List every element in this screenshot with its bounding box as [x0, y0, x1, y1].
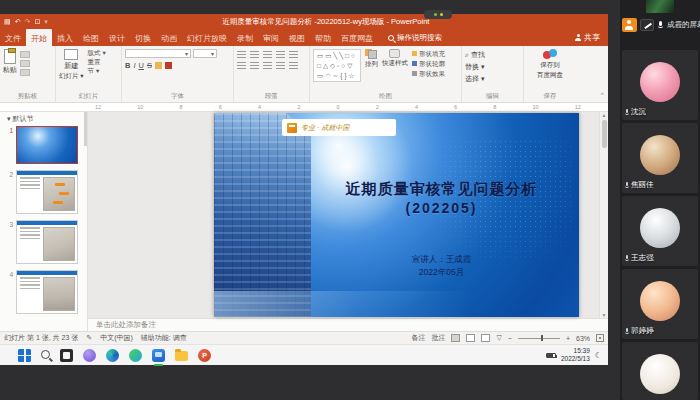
tab-home[interactable]: 开始: [26, 29, 52, 46]
slide-thumbnail-panel[interactable]: ▾ 默认节 1 2: [0, 112, 88, 331]
slide-thumbnail-1[interactable]: [16, 126, 78, 164]
start-button-icon[interactable]: [18, 349, 31, 362]
section-button[interactable]: 节 ▾: [88, 67, 106, 76]
participant-tile[interactable]: 沈沉: [622, 50, 698, 120]
select-button[interactable]: 选择 ▾: [465, 73, 520, 85]
slide-title[interactable]: 近期质量审核常见问题分析 (202205): [310, 179, 573, 218]
annotation-icon[interactable]: [640, 19, 654, 31]
meeting-floating-toolbar[interactable]: [424, 10, 452, 19]
shape-fill-button[interactable]: 形状填充: [412, 49, 445, 59]
member-list-icon[interactable]: [622, 18, 637, 32]
slide-sorter-view-button[interactable]: [466, 334, 475, 342]
notes-toggle-button[interactable]: 备注: [411, 333, 425, 343]
tab-transitions[interactable]: 切换: [130, 29, 156, 46]
reset-button[interactable]: 重置: [88, 58, 106, 67]
slide-thumbnail-4[interactable]: [16, 270, 78, 314]
participant-tile[interactable]: 王志强: [622, 196, 698, 266]
align-right-icon[interactable]: [263, 62, 272, 70]
thumbnail-scrollbar[interactable]: [84, 112, 87, 146]
partial-video-tile[interactable]: [646, 0, 674, 13]
vertical-scrollbar[interactable]: ▲ ▼: [599, 112, 608, 318]
green-app-icon[interactable]: [129, 349, 142, 362]
indent-decrease-icon[interactable]: [263, 51, 272, 59]
tab-insert[interactable]: 插入: [52, 29, 78, 46]
comments-toggle-button[interactable]: 批注: [431, 333, 445, 343]
strikethrough-button[interactable]: S: [147, 61, 152, 70]
scrollbar-thumb[interactable]: [602, 120, 607, 148]
tab-review[interactable]: 审阅: [258, 29, 284, 46]
paste-button[interactable]: 粘贴: [3, 49, 17, 76]
tab-slideshow[interactable]: 幻灯片放映: [182, 29, 232, 46]
tab-help[interactable]: 帮助: [310, 29, 336, 46]
start-slideshow-icon[interactable]: ⊡: [34, 18, 40, 26]
chat-app-icon[interactable]: [83, 349, 96, 362]
scroll-up-icon[interactable]: ▲: [602, 112, 607, 118]
edge-browser-icon[interactable]: [106, 349, 119, 362]
shape-outline-button[interactable]: 形状轮廓: [412, 59, 445, 69]
zoom-level[interactable]: 63%: [576, 335, 590, 342]
layout-button[interactable]: 版式 ▾: [88, 49, 106, 58]
copy-icon[interactable]: [20, 60, 30, 67]
zoom-in-icon[interactable]: +: [566, 335, 570, 342]
slide-presenter-block[interactable]: 宣讲人：王成霞 2022年05月: [310, 253, 573, 279]
thumbnail-row-4[interactable]: 4: [6, 270, 87, 314]
replace-button[interactable]: 替换 ▾: [465, 61, 520, 73]
slideshow-view-icon[interactable]: ▽: [496, 334, 501, 342]
slide-editing-area[interactable]: 专业 · 成就中国 近期质量审核常见问题分析 (202205) 宣讲人：王成霞 …: [88, 112, 608, 318]
numbering-icon[interactable]: [250, 51, 259, 59]
tab-design[interactable]: 设计: [104, 29, 130, 46]
screen-share-banner[interactable]: 成霞的屏幕: [622, 16, 700, 33]
notes-pane[interactable]: 单击此处添加备注: [88, 318, 608, 331]
align-left-icon[interactable]: [237, 62, 246, 70]
section-collapse-icon[interactable]: ▾: [7, 115, 11, 122]
reading-view-button[interactable]: [481, 334, 490, 342]
meeting-app-icon[interactable]: [152, 349, 165, 362]
language-indicator[interactable]: 中文(中国): [100, 333, 133, 343]
bold-button[interactable]: B: [125, 61, 130, 70]
thumbnail-row-3[interactable]: 3: [6, 220, 87, 264]
thumbnail-row-1[interactable]: 1: [6, 126, 87, 164]
powerpoint-app-icon[interactable]: P: [198, 349, 211, 362]
tab-draw[interactable]: 绘图: [78, 29, 104, 46]
pen-icon[interactable]: ✎: [86, 334, 92, 342]
shapes-gallery[interactable]: ▭▭╲╲□○ □△◇◦○▽ ▭◠∼{}☆: [313, 49, 361, 82]
collapse-ribbon-icon[interactable]: ⌃: [599, 92, 605, 100]
italic-button[interactable]: I: [133, 61, 135, 70]
tab-animations[interactable]: 动画: [156, 29, 182, 46]
format-painter-icon[interactable]: [20, 69, 30, 76]
shape-effects-button[interactable]: 形状效果: [412, 69, 445, 79]
participant-tile[interactable]: 郭婷婷: [622, 269, 698, 339]
current-slide[interactable]: 专业 · 成就中国 近期质量审核常见问题分析 (202205) 宣讲人：王成霞 …: [214, 113, 579, 317]
new-slide-button[interactable]: 新建 幻灯片 ▾: [59, 49, 84, 81]
bullets-icon[interactable]: [237, 51, 246, 59]
font-name-combobox[interactable]: ▾: [125, 49, 191, 58]
tab-view[interactable]: 视图: [284, 29, 310, 46]
share-button[interactable]: 共享: [575, 29, 608, 46]
section-header[interactable]: ▾ 默认节: [0, 114, 87, 124]
underline-button[interactable]: U: [139, 61, 144, 70]
accessibility-status[interactable]: 辅助功能: 调查: [141, 333, 187, 343]
thumbnail-row-2[interactable]: 2: [6, 170, 87, 214]
zoom-slider[interactable]: [518, 338, 560, 339]
tell-me-search[interactable]: 操作说明搜索: [388, 29, 442, 46]
align-center-icon[interactable]: [250, 62, 259, 70]
cut-icon[interactable]: [20, 51, 30, 58]
find-button[interactable]: ⌕ 查找: [465, 49, 520, 61]
normal-view-button[interactable]: [451, 334, 460, 342]
participant-tile[interactable]: 焦丽佳: [622, 123, 698, 193]
highlight-color-icon[interactable]: [155, 62, 162, 69]
columns-icon[interactable]: [289, 62, 298, 70]
zoom-out-icon[interactable]: −: [508, 335, 512, 342]
night-mode-icon[interactable]: ☾: [595, 351, 602, 360]
tab-baidu-netdisk[interactable]: 百度网盘: [336, 29, 378, 46]
slide-thumbnail-2[interactable]: [16, 170, 78, 214]
save-icon[interactable]: ▤: [4, 18, 11, 26]
arrange-button[interactable]: 排列: [365, 49, 378, 69]
qat-dropdown-icon[interactable]: ▾: [44, 18, 48, 26]
participant-tile[interactable]: [622, 342, 698, 400]
system-tray[interactable]: 15:39 2022/5/13 ☾: [546, 347, 608, 363]
font-color-icon[interactable]: [165, 62, 172, 69]
justify-icon[interactable]: [276, 62, 285, 70]
tab-record[interactable]: 录制: [232, 29, 258, 46]
scroll-down-icon[interactable]: ▼: [602, 312, 607, 318]
